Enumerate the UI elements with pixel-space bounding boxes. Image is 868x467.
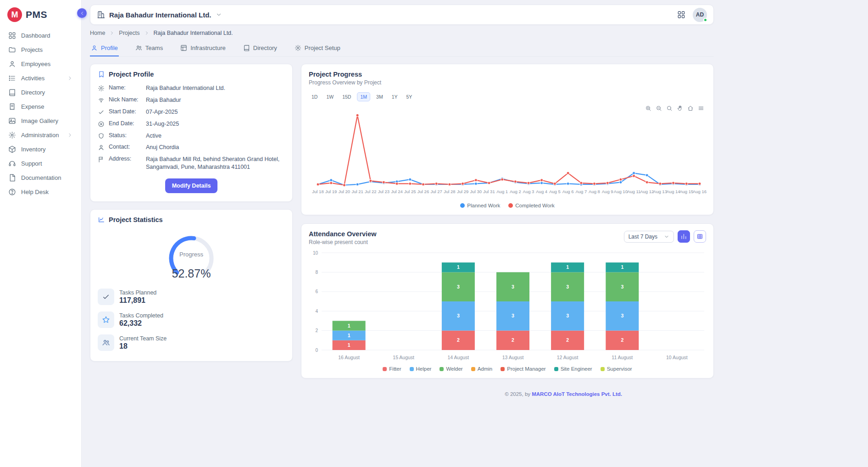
card-title: Attendance Overview xyxy=(309,230,376,238)
sidebar-item-support[interactable]: Support xyxy=(0,156,81,171)
document-icon xyxy=(8,174,16,182)
reset-home-icon[interactable] xyxy=(687,105,694,111)
range-3m[interactable]: 3M xyxy=(373,93,386,101)
sidebar-item-directory[interactable]: Directory xyxy=(0,85,81,100)
stat-tasks-planned: Tasks Planned 117,891 xyxy=(98,289,285,305)
legend-item[interactable]: Completed Work xyxy=(508,203,554,208)
apps-grid-icon[interactable] xyxy=(677,11,685,19)
dashboard-icon xyxy=(8,32,16,39)
svg-text:Aug 11: Aug 11 xyxy=(627,189,640,194)
tab-label: Profile xyxy=(101,44,118,51)
legend-item[interactable]: Fitter xyxy=(383,366,401,372)
top-header: Raja Bahadur International Ltd. AD xyxy=(90,5,714,25)
range-5y[interactable]: 5Y xyxy=(403,93,415,101)
tab-project-setup[interactable]: Project Setup xyxy=(294,42,341,56)
users-icon xyxy=(135,44,142,51)
sidebar-item-dashboard[interactable]: Dashboard xyxy=(0,28,81,43)
legend-item[interactable]: Helper xyxy=(410,366,432,372)
svg-text:Aug 13: Aug 13 xyxy=(653,189,667,194)
svg-text:2: 2 xyxy=(566,337,569,343)
time-range-selector: 1D 1W 15D 1M 3M 1Y 5Y xyxy=(309,92,706,101)
sidebar-item-label: Projects xyxy=(21,46,73,53)
svg-text:3: 3 xyxy=(512,313,514,318)
days-filter-select[interactable]: Last 7 Days xyxy=(624,231,674,243)
tab-profile[interactable]: Profile xyxy=(90,42,119,56)
profile-field-start-date: Start Date: 07-Apr-2025 xyxy=(98,108,285,116)
bookmark-icon xyxy=(98,71,105,78)
sidebar-item-documentation[interactable]: Documentation xyxy=(0,171,81,185)
sidebar: M PMS Dashboard Projects Employees Activ… xyxy=(0,0,82,467)
svg-text:14 August: 14 August xyxy=(448,355,469,360)
range-1d[interactable]: 1D xyxy=(309,93,320,101)
footer-company-link[interactable]: MARCO AIoT Technologies Pvt. Ltd. xyxy=(532,391,622,397)
range-15d[interactable]: 15D xyxy=(339,93,354,101)
sidebar-item-administration[interactable]: Administration xyxy=(0,128,81,142)
range-1y[interactable]: 1Y xyxy=(389,93,401,101)
svg-text:1: 1 xyxy=(621,264,623,270)
legend-item[interactable]: Admin xyxy=(471,366,493,372)
tab-infrastructure[interactable]: Infrastructure xyxy=(179,42,227,56)
modify-details-button[interactable]: Modify Details xyxy=(165,178,218,193)
zoom-in-icon[interactable] xyxy=(645,105,651,111)
pan-icon[interactable] xyxy=(677,105,683,111)
layout-grid-icon xyxy=(180,44,187,51)
legend-item[interactable]: Site Engineer xyxy=(554,366,592,372)
range-1m[interactable]: 1M xyxy=(357,92,370,101)
sidebar-item-image-gallery[interactable]: Image Gallery xyxy=(0,114,81,128)
svg-text:Aug 7: Aug 7 xyxy=(575,189,587,194)
breadcrumb: Home Projects Raja Bahadur International… xyxy=(90,30,714,36)
field-value: 31-Aug-2025 xyxy=(146,120,179,128)
progress-line-chart[interactable]: Jul 18Jul 19Jul 20Jul 21Jul 22Jul 23Jul … xyxy=(309,102,707,200)
svg-text:Jul 21: Jul 21 xyxy=(351,189,363,194)
sidebar-item-expense[interactable]: Expense xyxy=(0,100,81,114)
avatar[interactable]: AD xyxy=(693,8,707,22)
legend-item[interactable]: Welder xyxy=(440,366,462,372)
breadcrumb-home[interactable]: Home xyxy=(90,30,105,36)
svg-text:Aug 2: Aug 2 xyxy=(510,189,521,194)
sidebar-item-projects[interactable]: Projects xyxy=(0,43,81,57)
chart-menu-icon[interactable] xyxy=(698,105,704,111)
svg-text:3: 3 xyxy=(621,284,623,289)
user-icon xyxy=(91,44,98,51)
chevron-down-icon xyxy=(216,11,222,18)
selection-zoom-icon[interactable] xyxy=(666,105,673,111)
sidebar-item-help-desk[interactable]: Help Desk xyxy=(0,185,81,199)
field-label: Start Date: xyxy=(109,108,142,115)
sidebar-collapse-button[interactable] xyxy=(77,8,87,18)
attendance-bar-chart[interactable]: 024681016 August11115 August14 August233… xyxy=(309,248,707,363)
footer: © 2025, by MARCO AIoT Technologies Pvt. … xyxy=(301,391,714,397)
tab-teams[interactable]: Teams xyxy=(134,42,164,56)
svg-text:Aug 9: Aug 9 xyxy=(602,189,613,194)
range-1w[interactable]: 1W xyxy=(323,93,336,101)
chart-view-toggle[interactable] xyxy=(678,230,690,243)
legend-item[interactable]: Supervisor xyxy=(601,366,632,372)
svg-text:3: 3 xyxy=(512,284,514,289)
tab-directory[interactable]: Directory xyxy=(242,42,278,56)
svg-text:6: 6 xyxy=(315,289,318,294)
sidebar-item-employees[interactable]: Employees xyxy=(0,57,81,71)
flag-icon xyxy=(98,156,105,163)
bar-chart-legend: FitterHelperWelderAdminProject ManagerSi… xyxy=(309,366,706,372)
help-icon xyxy=(8,188,16,196)
receipt-icon xyxy=(8,103,16,111)
logo[interactable]: M PMS xyxy=(0,6,81,28)
app-name: PMS xyxy=(26,9,47,20)
tab-label: Infrastructure xyxy=(190,44,226,51)
svg-text:Jul 26: Jul 26 xyxy=(417,189,429,194)
legend-item[interactable]: Planned Work xyxy=(460,203,500,208)
sidebar-item-activities[interactable]: Activities xyxy=(0,71,81,85)
svg-text:Aug 8: Aug 8 xyxy=(589,189,600,194)
legend-item[interactable]: Project Manager xyxy=(501,366,545,372)
zoom-out-icon[interactable] xyxy=(656,105,662,111)
svg-text:Jul 18: Jul 18 xyxy=(312,189,323,194)
svg-text:1: 1 xyxy=(566,264,569,270)
sidebar-item-label: Administration xyxy=(21,132,62,139)
company-selector[interactable]: Raja Bahadur International Ltd. xyxy=(97,11,222,19)
breadcrumb-projects[interactable]: Projects xyxy=(119,30,139,36)
sidebar-item-inventory[interactable]: Inventory xyxy=(0,142,81,156)
gauge-label: Progress xyxy=(152,251,230,258)
field-label: Address: xyxy=(109,156,142,162)
table-view-toggle[interactable] xyxy=(694,230,706,243)
field-value: Raja Bahadur xyxy=(146,96,181,104)
svg-text:8: 8 xyxy=(315,270,318,275)
